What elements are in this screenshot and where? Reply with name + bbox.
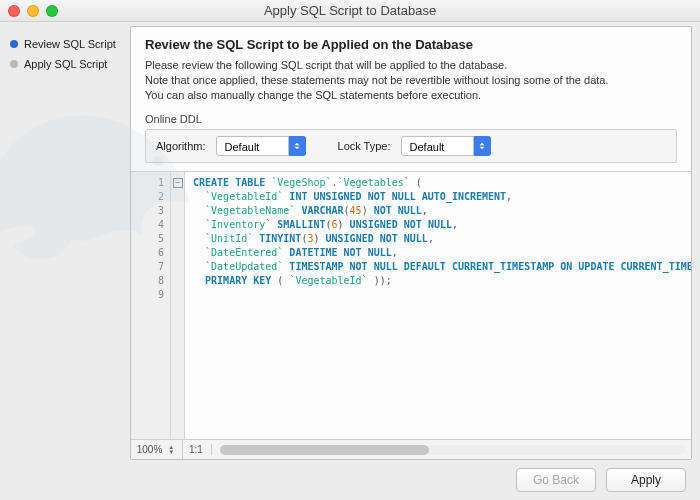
wizard-step-label: Review SQL Script (24, 38, 116, 50)
fold-toggle-icon[interactable]: − (173, 178, 183, 188)
scrollbar-thumb[interactable] (220, 445, 429, 455)
zoom-control[interactable]: 100% ▲▼ (131, 440, 183, 459)
page-description: Please review the following SQL script t… (131, 56, 691, 109)
zoom-ratio: 1:1 (189, 444, 212, 455)
main-panel: Review the SQL Script to be Applied on t… (130, 26, 692, 460)
wizard-step-apply[interactable]: Apply SQL Script (10, 58, 120, 70)
desc-line: Please review the following SQL script t… (145, 58, 677, 73)
code-area[interactable]: CREATE TABLE `VegeShop`.`Vegetables` ( `… (185, 172, 691, 439)
line-number-gutter: 123456789 (131, 172, 171, 439)
step-bullet-active-icon (10, 40, 18, 48)
fold-column: − (171, 172, 185, 439)
zoom-value: 100% (137, 444, 163, 455)
go-back-button[interactable]: Go Back (516, 468, 596, 492)
wizard-step-label: Apply SQL Script (24, 58, 107, 70)
page-title: Review the SQL Script to be Applied on t… (131, 27, 691, 56)
algorithm-label: Algorithm: (156, 140, 206, 152)
algorithm-select[interactable]: Default (216, 136, 306, 156)
online-ddl-row: Algorithm: Default Lock Type: Default (145, 129, 677, 163)
desc-line: Note that once applied, these statements… (145, 73, 677, 88)
zoom-stepper-icon[interactable]: ▲▼ (166, 445, 176, 455)
titlebar: Apply SQL Script to Database (0, 0, 700, 22)
locktype-label: Lock Type: (338, 140, 391, 152)
window-title: Apply SQL Script to Database (264, 3, 436, 18)
window-zoom-button[interactable] (46, 5, 58, 17)
online-ddl-group-label: Online DDL (145, 113, 677, 125)
horizontal-scrollbar[interactable] (220, 445, 685, 455)
editor-statusbar: 100% ▲▼ 1:1 (131, 439, 691, 459)
desc-line: You can also manually change the SQL sta… (145, 88, 677, 103)
window-close-button[interactable] (8, 5, 20, 17)
window-minimize-button[interactable] (27, 5, 39, 17)
wizard-sidebar: Review SQL Script Apply SQL Script (0, 22, 130, 460)
wizard-step-review[interactable]: Review SQL Script (10, 38, 120, 50)
locktype-select[interactable]: Default (401, 136, 491, 156)
step-bullet-inactive-icon (10, 60, 18, 68)
dialog-footer: Go Back Apply (0, 460, 700, 500)
sql-editor[interactable]: 123456789 − CREATE TABLE `VegeShop`.`Veg… (131, 171, 691, 439)
apply-button[interactable]: Apply (606, 468, 686, 492)
